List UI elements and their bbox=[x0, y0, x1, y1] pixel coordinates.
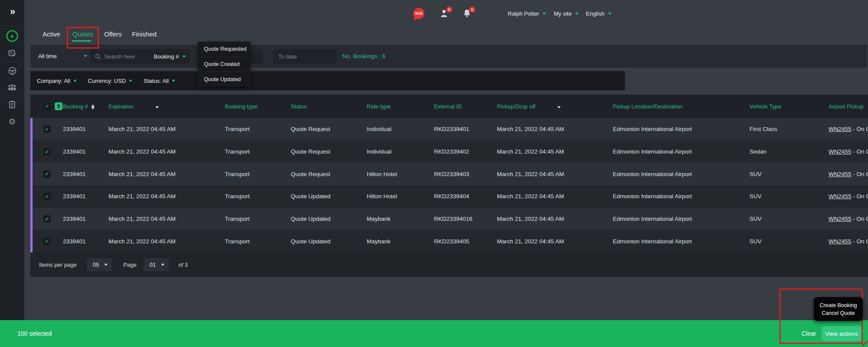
people-group-icon bbox=[7, 83, 17, 92]
search-input[interactable] bbox=[104, 53, 154, 60]
search-icon bbox=[95, 53, 101, 60]
filter-bar: All time Booking # No. Bookings : 6 bbox=[30, 45, 867, 68]
sidebar-item-settings[interactable]: ⚙ bbox=[0, 113, 24, 130]
language-menu[interactable]: English bbox=[586, 10, 612, 17]
cell-expiration: March 21, 2022 04:45 AM bbox=[108, 126, 225, 132]
to-date-input[interactable] bbox=[273, 49, 336, 64]
tab-active[interactable]: Active bbox=[43, 30, 60, 38]
search-box[interactable]: Booking # bbox=[90, 49, 190, 64]
row-checkbox[interactable]: ✓ bbox=[43, 170, 51, 178]
column-header-vehicle[interactable]: Vehicle Type bbox=[750, 103, 829, 110]
column-header-ride-type[interactable]: Ride type bbox=[367, 103, 434, 110]
contacts-badge: 8 bbox=[446, 7, 452, 13]
table-body: ✓ 2339401 March 21, 2022 04:45 AM Transp… bbox=[30, 118, 868, 252]
time-range-label: All time bbox=[38, 53, 57, 59]
row-checkbox[interactable]: ✓ bbox=[43, 125, 51, 133]
sidebar-item-bookings-active[interactable]: + bbox=[0, 27, 24, 45]
table-row[interactable]: ✓ 2339401 March 21, 2022 04:45 AM Transp… bbox=[30, 141, 868, 163]
gear-icon: ⚙ bbox=[8, 117, 16, 127]
cell-vehicle-type: SUV bbox=[750, 171, 829, 177]
site-menu[interactable]: My site bbox=[554, 10, 579, 17]
tab-offers[interactable]: Offers bbox=[104, 30, 122, 38]
row-checkbox[interactable]: ✓ bbox=[43, 148, 51, 155]
tab-finished[interactable]: Finished bbox=[132, 30, 157, 38]
menu-item-create-booking[interactable]: Create Booking bbox=[814, 302, 863, 308]
cell-expiration: March 21, 2022 04:45 AM bbox=[108, 148, 225, 155]
search-field-selector[interactable]: Booking # bbox=[154, 53, 179, 60]
menu-item-quote-updated[interactable]: Quote Updated bbox=[198, 72, 250, 87]
chevron-down-icon bbox=[172, 80, 175, 82]
currency-filter[interactable]: Currency: USD bbox=[88, 78, 132, 84]
company-filter[interactable]: Company: All bbox=[37, 78, 77, 84]
chevron-down-icon bbox=[155, 106, 159, 108]
cell-pickup-drop: March 21, 2022 04:45 AM bbox=[497, 171, 613, 177]
menu-item-quote-created[interactable]: Quote Created bbox=[198, 57, 250, 72]
row-checkbox[interactable]: ✓ bbox=[43, 193, 51, 200]
sidebar-item-reports[interactable] bbox=[0, 95, 24, 113]
cell-vehicle-type: SUV bbox=[750, 238, 829, 245]
flight-link[interactable]: WN2455 bbox=[829, 193, 852, 200]
cell-expiration: March 21, 2022 04:45 AM bbox=[108, 216, 225, 222]
notifications-button[interactable]: 5 bbox=[462, 8, 472, 19]
column-header-external-id[interactable]: External ID bbox=[434, 103, 497, 110]
table-row[interactable]: ✓ 2339401 March 21, 2022 04:45 AM Transp… bbox=[30, 230, 868, 252]
cell-booking-type: Transport bbox=[225, 126, 291, 132]
cell-booking-id: 2339401 bbox=[63, 126, 108, 132]
double-chevron-icon: » bbox=[10, 6, 14, 17]
row-checkbox[interactable]: ✓ bbox=[43, 238, 51, 245]
cell-airport-pickup: WN2455 - On C bbox=[829, 148, 868, 155]
column-header-airport[interactable]: Airport Pickup bbox=[829, 103, 868, 110]
flight-link[interactable]: WN2455 bbox=[829, 126, 852, 132]
flight-status-text: - On C bbox=[852, 238, 868, 245]
cell-ride-type: Hilton Hotel bbox=[367, 193, 434, 200]
cell-booking-type: Transport bbox=[225, 148, 291, 155]
column-header-booking[interactable]: Booking # bbox=[63, 103, 108, 110]
menu-item-cancel-quote[interactable]: Cancel Quote bbox=[814, 310, 863, 316]
flight-link[interactable]: WN2455 bbox=[829, 216, 852, 222]
secondary-filter-bar: Company: All Currency: USD Status: All bbox=[30, 71, 625, 90]
column-header-location[interactable]: Pickup Location/Destination bbox=[613, 103, 750, 110]
cell-booking-type: Transport bbox=[225, 216, 291, 222]
table-row[interactable]: ✓ 2339401 March 21, 2022 04:45 AM Transp… bbox=[30, 163, 868, 185]
flight-link[interactable]: WN2455 bbox=[829, 171, 852, 177]
currency-filter-label: Currency: USD bbox=[88, 78, 126, 84]
column-header-booking-type[interactable]: Booking type bbox=[225, 103, 291, 110]
chevron-down-icon bbox=[73, 80, 77, 82]
sidebar-item-customers[interactable] bbox=[0, 79, 24, 96]
cell-booking-type: Transport bbox=[225, 171, 291, 177]
sidebar-expand-button[interactable]: » bbox=[0, 3, 24, 20]
row-checkbox[interactable]: ✓ bbox=[43, 215, 51, 223]
clipboard-icon bbox=[8, 100, 16, 109]
site-menu-label: My site bbox=[554, 10, 572, 17]
column-header-expiration[interactable]: Expiration bbox=[108, 103, 225, 110]
table-row[interactable]: ✓ 2339401 March 21, 2022 04:45 AM Transp… bbox=[30, 185, 868, 208]
status-filter[interactable]: Status: All bbox=[144, 78, 175, 84]
contacts-button[interactable]: 8 bbox=[439, 8, 449, 19]
sidebar-item-drivers[interactable] bbox=[0, 62, 24, 79]
flight-link[interactable]: WN2455 bbox=[829, 148, 852, 155]
sos-button[interactable]: SOS bbox=[413, 8, 424, 19]
menu-item-quote-requested[interactable]: Quote Requested bbox=[198, 42, 250, 57]
flight-status-text: - On C bbox=[852, 126, 868, 132]
table-row[interactable]: ✓ 2339401 March 21, 2022 04:45 AM Transp… bbox=[30, 208, 868, 230]
select-all-checkbox[interactable]: ✓ bbox=[43, 103, 51, 110]
column-header-pickup-drop[interactable]: Pickup/Drop off bbox=[497, 103, 613, 110]
page-select[interactable]: 01 bbox=[144, 258, 169, 271]
table-row[interactable]: ✓ 2339401 March 21, 2022 04:45 AM Transp… bbox=[30, 118, 868, 141]
sidebar: » + bbox=[0, 0, 24, 320]
items-per-page-select[interactable]: 05 bbox=[87, 258, 112, 271]
chevron-down-icon bbox=[182, 56, 186, 58]
user-menu[interactable]: Ralph Potter bbox=[508, 10, 546, 17]
cell-ride-type: Individual bbox=[367, 148, 434, 155]
sidebar-item-quotes[interactable] bbox=[0, 45, 24, 62]
cell-booking-id: 2339401 bbox=[63, 148, 108, 155]
table-header-row: ✓ Booking # Expiration Booking type Stat… bbox=[30, 95, 868, 118]
chevron-down-icon bbox=[557, 106, 561, 108]
status-filter-label: Status: All bbox=[144, 78, 169, 84]
column-header-status[interactable]: Status bbox=[291, 103, 367, 110]
add-circle-icon: + bbox=[7, 30, 18, 42]
cell-booking-id: 2339401 bbox=[63, 171, 108, 177]
cell-airport-pickup: WN2455 - On C bbox=[829, 126, 868, 132]
column-config-icon[interactable] bbox=[55, 102, 62, 110]
flight-link[interactable]: WN2455 bbox=[829, 238, 852, 245]
